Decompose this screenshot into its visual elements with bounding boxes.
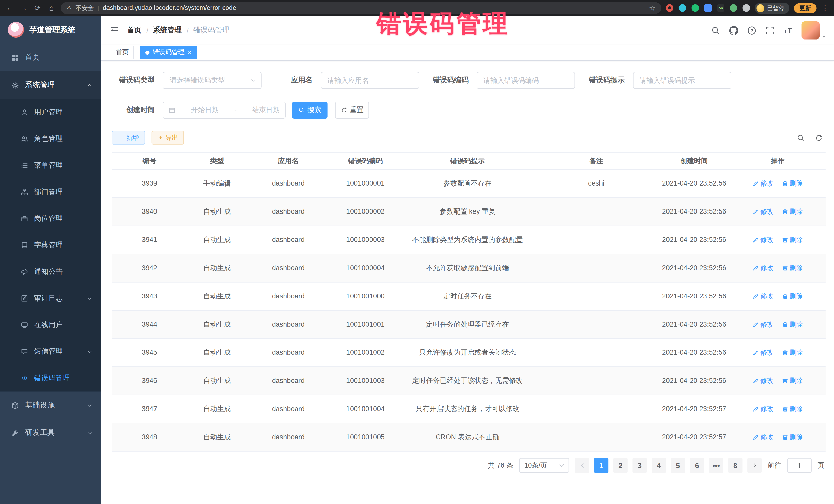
page-ellipsis-button[interactable]: ••• (709, 458, 723, 473)
extension-icon-blue-grid[interactable] (704, 4, 711, 12)
sidebar-item-infrastructure[interactable]: 基础设施 (0, 392, 101, 419)
browser-home-icon[interactable]: ⌂ (47, 4, 56, 12)
delete-link[interactable]: 删除 (782, 264, 803, 272)
security-label[interactable]: 不安全 (75, 4, 94, 12)
export-button[interactable]: 导出 (152, 131, 184, 145)
extension-icon-teal[interactable] (679, 4, 686, 12)
extension-icon-red-ring[interactable] (666, 4, 673, 12)
edit-link[interactable]: 修改 (752, 264, 774, 272)
table-row[interactable]: 3946 自动生成 dashboard 1001001003 定时任务已经处于该… (112, 367, 826, 395)
tab-home[interactable]: 首页 (111, 46, 134, 59)
error-code-input[interactable] (477, 72, 575, 89)
sidebar-item-department-management[interactable]: 部门管理 (0, 179, 101, 205)
toggle-search-icon[interactable] (797, 134, 805, 141)
bookmark-star-icon[interactable]: ☆ (649, 4, 655, 12)
prev-page-button[interactable] (575, 458, 589, 473)
sidebar-item-online-users[interactable]: 在线用户 (0, 312, 101, 338)
table-row[interactable]: 3941 自动生成 dashboard 1001000003 不能删除类型为系统… (112, 226, 826, 254)
page-button-4[interactable]: 4 (652, 458, 666, 473)
delete-link[interactable]: 删除 (782, 320, 803, 329)
goto-page-input[interactable] (787, 458, 812, 473)
browser-forward-icon[interactable]: → (19, 4, 28, 12)
url-text[interactable]: dashboard.yudao.iocoder.cn/system/error-… (103, 4, 236, 12)
sidebar-item-menu-management[interactable]: 菜单管理 (0, 152, 101, 179)
sidebar-item-notice-announcement[interactable]: 通知公告 (0, 258, 101, 285)
search-button[interactable]: 搜索 (292, 102, 328, 118)
delete-link[interactable]: 删除 (782, 235, 803, 244)
browser-menu-icon[interactable]: ⋮ (821, 4, 829, 12)
sidebar-item-role-management[interactable]: 角色管理 (0, 126, 101, 152)
table-row[interactable]: 3943 自动生成 dashboard 1001001000 定时任务不存在 2… (112, 283, 826, 311)
sidebar-item-home[interactable]: 首页 (0, 44, 101, 71)
sidebar-item-user-management[interactable]: 用户管理 (0, 99, 101, 126)
table-row[interactable]: 3939 手动编辑 dashboard 1001000001 参数配置不存在 c… (112, 170, 826, 198)
page-size-select[interactable]: 10条/页 (519, 458, 569, 473)
font-size-icon[interactable]: TT (784, 26, 792, 35)
delete-link[interactable]: 删除 (782, 292, 803, 301)
reset-button[interactable]: 重置 (335, 102, 369, 118)
sidebar-item-position-management[interactable]: 岗位管理 (0, 205, 101, 232)
sidebar-toggle-icon[interactable] (110, 26, 119, 35)
sidebar-item-dev-tools[interactable]: 研发工具 (0, 419, 101, 447)
page-button-2[interactable]: 2 (613, 458, 628, 473)
date-range-picker[interactable]: 开始日期 - 结束日期 (163, 102, 286, 118)
table-row[interactable]: 3948 自动生成 dashboard 1001001005 CRON 表达式不… (112, 423, 826, 452)
browser-reload-icon[interactable]: ⟳ (33, 4, 42, 12)
edit-link[interactable]: 修改 (752, 292, 774, 301)
edit-link[interactable]: 修改 (752, 320, 774, 329)
error-message-input[interactable] (633, 72, 731, 89)
extension-icon-proxy-on[interactable]: on (717, 4, 724, 12)
sidebar-item-dictionary-management[interactable]: 字典管理 (0, 232, 101, 259)
edit-link[interactable]: 修改 (752, 404, 774, 413)
app-logo[interactable]: 芋道管理系统 (0, 16, 101, 44)
sidebar-item-system-management[interactable]: 系统管理 (0, 71, 101, 99)
table-row[interactable]: 3940 自动生成 dashboard 1001000002 参数配置 key … (112, 198, 826, 226)
delete-link[interactable]: 删除 (782, 207, 803, 216)
sidebar-item-sms-management[interactable]: 短信管理 (0, 338, 101, 365)
add-button[interactable]: 新增 (112, 131, 145, 145)
table-row[interactable]: 3947 自动生成 dashboard 1001001004 只有开启状态的任务… (112, 395, 826, 423)
edit-link[interactable]: 修改 (752, 179, 774, 188)
tab-error-code-management[interactable]: 错误码管理 × (140, 46, 197, 59)
delete-link[interactable]: 删除 (782, 404, 803, 413)
table-row[interactable]: 3944 自动生成 dashboard 1001001001 定时任务的处理器已… (112, 310, 826, 339)
extension-icon-green[interactable] (692, 4, 699, 12)
table-row[interactable]: 3942 自动生成 dashboard 1001000004 不允许获取敏感配置… (112, 254, 826, 283)
page-button-8[interactable]: 8 (728, 458, 743, 473)
browser-profile-button[interactable]: 已暂停 (755, 2, 789, 14)
delete-link[interactable]: 删除 (782, 376, 803, 386)
edit-link[interactable]: 修改 (752, 348, 774, 357)
browser-back-icon[interactable]: ← (5, 4, 14, 12)
search-icon[interactable] (711, 26, 720, 35)
page-button-1[interactable]: 1 (594, 458, 609, 473)
tab-close-icon[interactable]: × (188, 49, 192, 56)
edit-link[interactable]: 修改 (752, 235, 774, 244)
extension-icon-leaf[interactable] (730, 4, 737, 12)
delete-link[interactable]: 删除 (782, 179, 803, 188)
delete-link[interactable]: 删除 (782, 433, 803, 442)
page-button-5[interactable]: 5 (671, 458, 685, 473)
next-page-button[interactable] (747, 458, 762, 473)
browser-update-button[interactable]: 更新 (794, 3, 816, 13)
page-button-3[interactable]: 3 (632, 458, 647, 473)
page-button-6[interactable]: 6 (690, 458, 704, 473)
github-icon[interactable] (729, 26, 738, 35)
breadcrumb-item-system[interactable]: 系统管理 (153, 25, 182, 35)
edit-link[interactable]: 修改 (752, 207, 774, 216)
address-bar[interactable]: ⚠ 不安全 | dashboard.yudao.iocoder.cn/syste… (61, 2, 661, 14)
app-name-input[interactable] (321, 72, 419, 89)
fullscreen-icon[interactable] (766, 26, 774, 35)
sidebar-item-audit-log[interactable]: 审计日志 (0, 285, 101, 312)
error-type-select[interactable]: 请选择错误码类型 (163, 72, 262, 89)
help-icon[interactable]: ? (747, 26, 756, 35)
user-menu[interactable] (802, 21, 827, 39)
table-row[interactable]: 3945 自动生成 dashboard 1001001002 只允许修改为开启或… (112, 339, 826, 367)
tags-view-bar: 首页 错误码管理 × (101, 45, 834, 61)
edit-link[interactable]: 修改 (752, 433, 774, 442)
extension-icon-pin[interactable] (742, 4, 750, 12)
delete-link[interactable]: 删除 (782, 348, 803, 357)
refresh-icon[interactable] (815, 134, 823, 141)
breadcrumb-item-home[interactable]: 首页 (127, 25, 141, 35)
edit-link[interactable]: 修改 (752, 376, 774, 386)
sidebar-item-error-code-management[interactable]: 错误码管理 (0, 365, 101, 392)
